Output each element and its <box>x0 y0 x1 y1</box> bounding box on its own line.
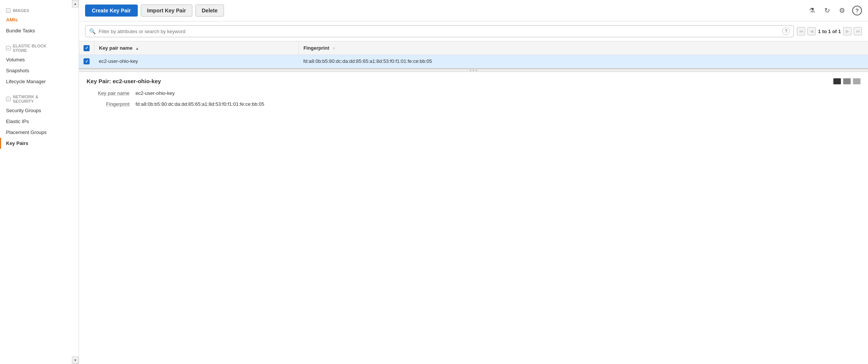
row-checkbox-cell[interactable]: ✓ <box>79 55 94 68</box>
drag-dot-3 <box>476 70 477 71</box>
row-checkbox[interactable]: ✓ <box>84 58 90 64</box>
sort-icon-fingerprint: ▼ <box>332 46 336 50</box>
section-toggle-network[interactable]: − <box>6 97 11 101</box>
detail-field-fingerprint: Fingerprint fd:a8:0b:b5:80:dc:da:dd:85:6… <box>87 101 860 107</box>
create-key-pair-button[interactable]: Create Key Pair <box>85 5 138 17</box>
detail-label-fingerprint: Fingerprint <box>87 101 136 107</box>
toolbar-icons: ⚗ ↻ ⚙ ? <box>807 6 862 15</box>
sidebar-item-placement-groups[interactable]: Placement Groups <box>0 127 79 138</box>
sidebar-item-bundle-tasks[interactable]: Bundle Tasks <box>0 25 79 36</box>
search-icon: 🔍 <box>89 28 96 34</box>
table-header-row: ✓ Key pair name ▲ Fingerprint ▼ <box>79 41 868 55</box>
detail-field-key-pair-name: Key pair name ec2-user-ohio-key <box>87 90 860 96</box>
sidebar-item-snapshots[interactable]: Snapshots <box>0 65 79 76</box>
settings-icon[interactable]: ⚙ <box>837 6 847 15</box>
pagination-next-button[interactable]: ▶ <box>843 27 851 35</box>
table-header-fingerprint[interactable]: Fingerprint ▼ <box>299 41 868 55</box>
sidebar-section-network: − NETWORK &SECURITY <box>0 90 79 105</box>
sidebar-section-ebs: − ELASTIC BLOCKSTORE <box>0 39 79 54</box>
import-key-pair-button[interactable]: Import Key Pair <box>141 5 192 17</box>
sidebar-section-images: − IMAGES <box>0 4 79 14</box>
detail-view-icon-3[interactable] <box>853 78 860 84</box>
table-header-checkbox[interactable]: ✓ <box>79 41 94 55</box>
table-header-key-pair-name[interactable]: Key pair name ▲ <box>94 41 299 55</box>
key-pairs-table: ✓ Key pair name ▲ Fingerprint ▼ <box>79 41 868 68</box>
detail-title: Key Pair: ec2-user-ohio-key <box>87 78 860 84</box>
drag-dot-1 <box>470 70 471 71</box>
sidebar-item-security-groups[interactable]: Security Groups <box>0 105 79 116</box>
pagination-prev-button[interactable]: ◀ <box>807 27 816 35</box>
main-content: Create Key Pair Import Key Pair Delete ⚗… <box>79 0 868 364</box>
pagination-last-button[interactable]: ⏭ <box>854 27 862 35</box>
filter-help-icon[interactable]: ? <box>782 27 790 35</box>
detail-view-icon-1[interactable] <box>833 78 841 84</box>
detail-label-key-pair-name: Key pair name <box>87 90 136 96</box>
sidebar-scroll-down[interactable]: ▼ <box>72 356 79 364</box>
sidebar-collapse-button[interactable]: ◀ <box>79 177 79 188</box>
row-key-pair-name: ec2-user-ohio-key <box>94 55 299 68</box>
panel-resize-handle[interactable] <box>79 69 868 72</box>
help-icon[interactable]: ? <box>852 6 862 15</box>
sidebar: ▲ − IMAGES AMIs Bundle Tasks − ELASTIC B… <box>0 0 79 364</box>
filter-input[interactable] <box>99 29 782 34</box>
section-toggle-images[interactable]: − <box>6 8 11 13</box>
detail-panel: Key Pair: ec2-user-ohio-key Key pair nam… <box>79 72 868 364</box>
sort-icon-name: ▲ <box>136 46 139 50</box>
toolbar: Create Key Pair Import Key Pair Delete ⚗… <box>79 0 868 21</box>
pagination-first-button[interactable]: ⏮ <box>797 27 805 35</box>
pagination: ⏮ ◀ 1 to 1 of 1 ▶ ⏭ <box>797 27 862 35</box>
filter-input-wrap: 🔍 ? <box>85 25 794 37</box>
filter-bar: 🔍 ? ⏮ ◀ 1 to 1 of 1 ▶ ⏭ <box>79 21 868 41</box>
sidebar-item-amis[interactable]: AMIs <box>0 14 79 25</box>
select-all-checkbox[interactable]: ✓ <box>84 45 90 51</box>
key-pairs-table-wrap: ✓ Key pair name ▲ Fingerprint ▼ <box>79 41 868 69</box>
sidebar-item-key-pairs[interactable]: Key Pairs <box>0 138 79 149</box>
drag-dot-2 <box>473 70 474 71</box>
sidebar-item-elastic-ips[interactable]: Elastic IPs <box>0 116 79 127</box>
detail-value-fingerprint: fd:a8:0b:b5:80:dc:da:dd:85:65:a1:8d:53:f… <box>136 101 264 107</box>
detail-view-icons <box>833 78 860 84</box>
sidebar-scroll-up[interactable]: ▲ <box>72 0 79 8</box>
detail-view-icon-2[interactable] <box>843 78 851 84</box>
row-fingerprint: fd:a8:0b:b5:80:dc:da:dd:85:65:a1:8d:53:f… <box>299 55 868 68</box>
sidebar-item-lifecycle-manager[interactable]: Lifecycle Manager <box>0 76 79 87</box>
flask-icon[interactable]: ⚗ <box>807 6 817 15</box>
section-toggle-ebs[interactable]: − <box>6 46 11 50</box>
detail-value-key-pair-name: ec2-user-ohio-key <box>136 90 175 96</box>
table-row[interactable]: ✓ ec2-user-ohio-key fd:a8:0b:b5:80:dc:da… <box>79 55 868 68</box>
refresh-icon[interactable]: ↻ <box>822 6 832 15</box>
delete-button[interactable]: Delete <box>195 5 224 17</box>
sidebar-item-volumes[interactable]: Volumes <box>0 54 79 65</box>
pagination-text: 1 to 1 of 1 <box>818 29 841 34</box>
